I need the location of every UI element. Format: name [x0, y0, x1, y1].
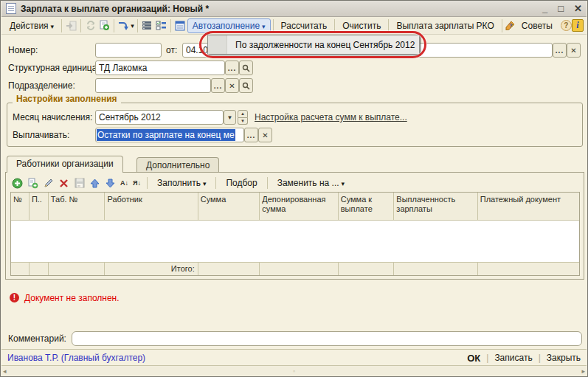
employees-tab-panel: ок А↓ Я↓ Заполнить▾ Подбор Заменить на .…: [5, 172, 584, 280]
toolbar-separator: [273, 19, 274, 32]
chevron-down-icon: ▾: [203, 180, 207, 187]
comment-input[interactable]: [72, 331, 582, 346]
scrollbar-grip[interactable]: ◦: [293, 367, 295, 375]
add-row-icon[interactable]: [10, 176, 24, 190]
spin-down-icon[interactable]: ▼: [238, 118, 248, 125]
document-icon: [6, 3, 16, 14]
calculate-button[interactable]: Рассчитать: [276, 18, 333, 33]
move-up-icon[interactable]: [88, 176, 102, 190]
tab-employees[interactable]: Работники организации: [7, 156, 123, 173]
help-icon[interactable]: ?: [561, 20, 572, 31]
autofill-menu-button[interactable]: Автозаполнение▾: [187, 18, 271, 33]
close-form-button[interactable]: Закрыть: [547, 353, 581, 363]
chevron-down-icon: ▾: [262, 23, 266, 30]
column-header-topay[interactable]: Сумма квыплате: [339, 193, 395, 220]
end-edit-icon[interactable]: ок: [72, 176, 86, 190]
structural-unit-input[interactable]: ТД Лакомка: [95, 60, 225, 75]
structural-unit-select-button[interactable]: ...: [225, 60, 239, 75]
warning-icon: !: [10, 293, 19, 302]
toolbar-separator: [61, 19, 62, 32]
document-window: Зарплата к выплате организаций: Новый * …: [0, 0, 588, 377]
ok-button[interactable]: ОК: [467, 353, 480, 364]
column-header-paydoc[interactable]: Платежный документ: [478, 193, 579, 220]
accrual-month-stepper[interactable]: ▲ ▼: [238, 110, 248, 125]
date-clear-button[interactable]: ✕: [567, 43, 581, 58]
grid-toolbar: ок А↓ Я↓ Заполнить▾ Подбор Заменить на .…: [10, 176, 350, 190]
edit-row-icon[interactable]: [41, 176, 55, 190]
table-body-empty[interactable]: [11, 221, 579, 262]
rko-payment-button[interactable]: Выплата зарплаты РКО: [391, 18, 499, 33]
column-header-deposited[interactable]: Депонированнаясумма: [260, 193, 338, 220]
pay-mode-clear-button[interactable]: ✕: [258, 128, 272, 142]
list-settings-icon[interactable]: [154, 19, 168, 32]
window-title: Зарплата к выплате организаций: Новый *: [21, 4, 209, 14]
spin-up-icon[interactable]: ▲: [238, 110, 248, 118]
save-button[interactable]: Записать: [494, 353, 532, 363]
payout-settings-link[interactable]: Настройка расчета сумм к выплате...: [255, 112, 407, 122]
department-input[interactable]: [95, 78, 211, 93]
toolbar-separator: [80, 19, 81, 32]
svg-text:?: ?: [509, 22, 513, 29]
main-toolbar: Действия▾ ▾ Автозаполнение▾ Рассчитат: [1, 17, 587, 35]
pay-mode-select-button[interactable]: ...: [244, 128, 258, 142]
menu-item-debt-end-of-month[interactable]: По задолженности на конец Сентябрь 2012: [227, 40, 415, 50]
separator: |: [486, 353, 488, 363]
accrual-month-label: Месяц начисления:: [13, 112, 92, 122]
toolbar-separator: [215, 177, 216, 189]
toolbar-separator: [502, 19, 502, 32]
chevron-down-icon: ▾: [342, 180, 345, 187]
toolbar-separator: [267, 177, 268, 189]
accrual-month-dropdown-button[interactable]: ▼: [224, 110, 236, 125]
column-header-employee[interactable]: Работник: [105, 193, 198, 220]
scroll-left-icon[interactable]: ◂: [3, 367, 7, 375]
menu-icon-gutter: [208, 35, 227, 54]
toolbar-separator: [388, 19, 389, 32]
refresh-icon[interactable]: [83, 19, 97, 32]
accrual-month-input[interactable]: Сентябрь 2012: [95, 110, 224, 125]
department-select-button[interactable]: ...: [211, 78, 225, 93]
clear-button[interactable]: Очистить: [337, 18, 386, 33]
fill-settings-title: Настройки заполнения: [13, 94, 121, 104]
fill-menu-button[interactable]: Заполнить▾: [152, 176, 211, 190]
form-settings-icon[interactable]: [173, 19, 187, 32]
maximize-button[interactable]: □: [558, 3, 564, 14]
toolbar-separator: [334, 19, 335, 32]
horizontal-scrollbar[interactable]: ◂ ◦ ▸: [1, 365, 587, 376]
minimize-button[interactable]: _: [542, 3, 547, 14]
close-button[interactable]: ✕: [574, 3, 582, 14]
svg-text:ок: ок: [77, 184, 80, 187]
date-select-button[interactable]: ...: [553, 43, 567, 58]
chevron-down-icon: ▼: [227, 114, 233, 121]
goto-icon[interactable]: ▾: [117, 19, 135, 32]
tab-additional[interactable]: Дополнительно: [136, 157, 219, 173]
list-icon[interactable]: [140, 19, 154, 32]
toolbar-separator: [137, 19, 138, 32]
column-header-sum[interactable]: Сумма: [198, 193, 260, 220]
scroll-right-icon[interactable]: ▸: [581, 367, 585, 375]
number-input[interactable]: [95, 43, 162, 58]
status-bar: Иванова Т.Р. (Главный бухгалтер) ОК | За…: [1, 349, 587, 366]
table-header: № П.. Таб. № Работник Сумма Депонированн…: [11, 193, 579, 221]
sort-ascending-icon[interactable]: А↓: [119, 176, 130, 190]
move-down-icon[interactable]: [103, 176, 117, 190]
info-icon[interactable]: i: [572, 19, 584, 32]
pick-button[interactable]: Подбор: [221, 176, 262, 190]
copy-new-icon[interactable]: [97, 19, 111, 32]
post-document-icon[interactable]: [64, 19, 78, 32]
column-header-mark[interactable]: П..: [30, 193, 49, 220]
department-search-icon[interactable]: [239, 78, 253, 93]
column-header-tabnum[interactable]: Таб. №: [49, 193, 106, 220]
copy-row-icon[interactable]: [26, 176, 40, 190]
actions-menu-button[interactable]: Действия▾: [4, 18, 59, 33]
tips-book-icon: ?: [505, 19, 516, 32]
replace-menu-button[interactable]: Заменить на ...▾: [272, 176, 350, 190]
column-header-paidstatus[interactable]: Выплаченностьзарплаты: [394, 193, 477, 220]
tips-button[interactable]: Советы: [519, 18, 558, 33]
department-clear-button[interactable]: ✕: [225, 78, 239, 93]
structural-unit-search-icon[interactable]: [239, 60, 253, 75]
delete-row-icon[interactable]: [57, 176, 71, 190]
sort-descending-icon[interactable]: Я↓: [131, 176, 142, 190]
pay-mode-input[interactable]: Остатки по зарплате на конец ме: [95, 128, 244, 142]
pay-mode-label: Выплачивать:: [13, 130, 69, 140]
column-header-rownum[interactable]: №: [11, 193, 30, 220]
